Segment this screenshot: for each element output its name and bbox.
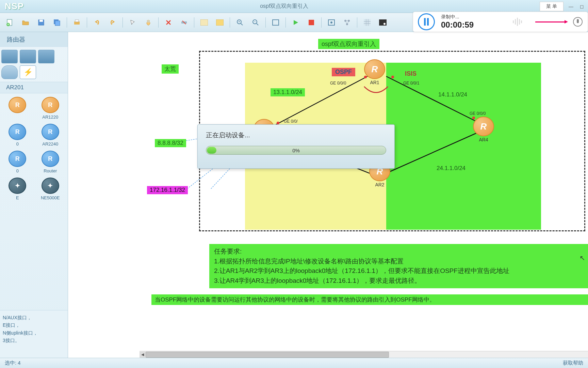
pan-icon[interactable]: [142, 16, 154, 29]
print-icon[interactable]: [71, 16, 83, 29]
fit-icon[interactable]: [270, 16, 282, 29]
svg-rect-10: [200, 19, 208, 26]
grid-icon[interactable]: [361, 16, 373, 29]
isis-label: ISIS: [402, 70, 420, 78]
svg-text:−: −: [254, 20, 256, 24]
loopback-label: 172.16.1.1/32: [147, 186, 188, 194]
scroll-left-icon[interactable]: ◀: [140, 352, 146, 358]
text-icon[interactable]: [198, 16, 210, 29]
wlan-category-icon[interactable]: [20, 50, 36, 63]
recording-status: 录制中...: [441, 14, 511, 20]
device-item[interactable]: RRouter: [36, 151, 65, 173]
loopback-label: 8.8.8.8/32: [155, 139, 186, 147]
region-tag: 太荒: [162, 64, 179, 74]
svg-rect-6: [55, 21, 60, 26]
separator: [321, 17, 322, 28]
device-item[interactable]: RAR2240: [36, 124, 65, 147]
topology-canvas[interactable]: ospf双点双向重引入 太荒 OSPF ISIS 13.1.1.0/24 14.…: [68, 32, 588, 358]
progress-bar: 0%: [206, 146, 386, 155]
window-title: ospf双点双向重引入: [29, 3, 540, 10]
device-item[interactable]: R0: [3, 124, 32, 147]
break-link-icon[interactable]: [178, 16, 190, 29]
ospf-label: OSPF: [332, 68, 355, 76]
link-category-icon[interactable]: ⚡: [20, 65, 36, 79]
svg-rect-11: [216, 19, 224, 26]
progress-percent: 0%: [206, 146, 386, 155]
redo-icon[interactable]: [107, 16, 119, 29]
link-endpoint: [391, 76, 394, 78]
device-list: R RAR1220 R0 RAR2240 R0 RRouter ✦E ✦NE50…: [0, 93, 68, 310]
separator: [357, 17, 357, 28]
save-icon[interactable]: [35, 16, 47, 29]
zoom-in-icon[interactable]: +: [234, 16, 246, 29]
maximize-button[interactable]: ◻: [577, 3, 587, 10]
device-description: N/AUX接口， E接口， N侧uplink接口， 3接口。: [0, 310, 68, 358]
svg-rect-27: [515, 19, 516, 25]
sidebar-title: 路由器: [0, 32, 68, 47]
svg-rect-4: [39, 20, 43, 22]
screen-icon[interactable]: [377, 16, 389, 29]
separator: [122, 17, 123, 28]
palette-icon[interactable]: [214, 16, 226, 29]
minimize-button[interactable]: —: [566, 3, 576, 10]
pause-button[interactable]: [418, 13, 435, 30]
router-node-ar4[interactable]: RAR4: [473, 117, 494, 142]
mic-icon[interactable]: [573, 17, 583, 27]
play-icon[interactable]: [290, 16, 302, 29]
cursor-icon: ↖: [579, 254, 585, 262]
svg-point-19: [330, 21, 332, 24]
menu-button[interactable]: 菜 单: [540, 2, 564, 11]
svg-rect-16: [273, 20, 279, 25]
device-item[interactable]: R0: [3, 151, 32, 173]
task-requirements: 任务要求: 1.根据拓扑所给信息完成IP地址\修改设备名称\路由协议等基本配置 …: [209, 244, 588, 288]
separator: [67, 17, 67, 28]
svg-text:+: +: [7, 22, 9, 26]
port-label: GE 0/0/0: [470, 111, 486, 116]
svg-point-25: [383, 23, 386, 25]
svg-rect-17: [309, 20, 314, 25]
volume-slider[interactable]: [535, 21, 566, 22]
subnet-label: 14.1.1.0/24: [436, 91, 470, 99]
router-category-icon[interactable]: [1, 50, 18, 63]
svg-rect-28: [517, 18, 518, 26]
app-logo: NSP: [0, 1, 29, 12]
capture-icon[interactable]: [325, 16, 338, 29]
cloud-category-icon[interactable]: [1, 65, 18, 79]
recorder-bar: 录制中... 00:00:59: [413, 12, 588, 32]
separator: [285, 17, 286, 28]
switch-category-icon[interactable]: [38, 50, 54, 63]
topology-title: ospf双点双向重引入: [318, 39, 379, 49]
zoom-out-icon[interactable]: −: [249, 16, 262, 29]
horizontal-scrollbar[interactable]: ◀: [140, 351, 588, 358]
router-node-ar1[interactable]: RAR1: [364, 59, 385, 85]
device-item[interactable]: ✦NE5000E: [36, 178, 65, 200]
port-label: GE 0/0/: [284, 119, 298, 124]
svg-rect-32: [577, 19, 579, 23]
model-label: AR201: [0, 82, 68, 93]
new-icon[interactable]: +: [4, 16, 16, 29]
svg-text:+: +: [238, 20, 240, 24]
delete-icon[interactable]: [162, 16, 175, 29]
startup-dialog: 正在启动设备... 0%: [197, 124, 395, 169]
audio-level-icon: [511, 16, 528, 28]
pointer-icon[interactable]: [127, 16, 139, 29]
title-bar: NSP ospf双点双向重引入 菜 单 — ◻: [0, 0, 588, 13]
undo-icon[interactable]: [91, 16, 103, 29]
stop-icon[interactable]: [305, 16, 317, 29]
help-link[interactable]: 获取帮助: [563, 360, 583, 366]
link-endpoint: [277, 122, 279, 124]
device-item[interactable]: RAR1220: [36, 97, 65, 120]
svg-rect-8: [75, 20, 79, 22]
device-item[interactable]: ✦E: [3, 178, 32, 200]
open-icon[interactable]: [19, 16, 32, 29]
note-text: 当OSPF网络中的设备需要访问运行其他协议的网络中的设备时，需要将其他协议的路由…: [151, 294, 588, 305]
separator: [230, 17, 230, 28]
svg-rect-26: [513, 20, 514, 23]
scrollbar-thumb[interactable]: [146, 352, 389, 358]
device-sidebar: 路由器 ⚡ AR201 R RAR1220 R0 RAR2240 R0 RRou…: [0, 32, 68, 358]
subnet-label: 24.1.1.0/24: [434, 164, 468, 172]
port-label: GE 0/0/0: [330, 81, 346, 86]
save-as-icon[interactable]: [51, 16, 63, 29]
topology-icon[interactable]: [341, 16, 353, 29]
device-item[interactable]: R: [3, 97, 32, 120]
